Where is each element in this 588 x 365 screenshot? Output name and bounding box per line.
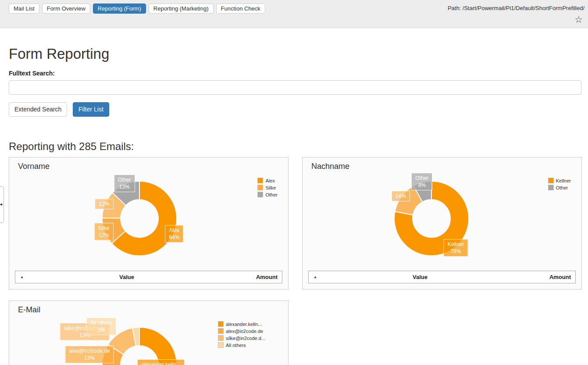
- result-table-header: ▲ Value Amount: [308, 271, 576, 283]
- module-tabs: Mail List Form Overview Reporting (Form)…: [9, 4, 265, 14]
- legend-label: Other: [265, 192, 278, 197]
- legend-swatch-icon: [218, 328, 224, 334]
- chart-legend: AlexSilkeOther: [257, 178, 278, 197]
- slice-label: Other13%: [114, 175, 135, 192]
- page-path: Path: /Start/Powermail/Pi1/Default/Short…: [448, 5, 584, 11]
- page-title: Form Reporting: [9, 46, 109, 62]
- chart-title: Nachname: [311, 162, 349, 171]
- legend-swatch-icon: [218, 335, 224, 341]
- tab-mail-list[interactable]: Mail List: [9, 4, 39, 14]
- chart-title: E-Mail: [18, 305, 40, 315]
- slice-label: Other8%: [411, 173, 432, 190]
- chart-area: Alex64%Silke12%12%Other13%: [9, 157, 289, 290]
- tab-form-overview[interactable]: Form Overview: [42, 4, 90, 14]
- legend-swatch-icon: [257, 178, 263, 183]
- legend-label: Silke: [265, 185, 276, 190]
- chart-title: Vorname: [18, 162, 50, 171]
- legend-item[interactable]: All others: [218, 342, 265, 348]
- sort-asc-icon[interactable]: ▲: [309, 275, 322, 279]
- legend-item[interactable]: Other: [548, 185, 571, 190]
- chart-panel-vorname: Alex64%Silke12%12%Other13% Vorname AlexS…: [9, 157, 289, 290]
- slice-label: Alex64%: [165, 225, 183, 243]
- column-header-amount[interactable]: Amount: [225, 274, 282, 280]
- legend-item[interactable]: Other: [257, 192, 278, 197]
- tab-reporting-marketing[interactable]: Reporting (Marketing): [149, 4, 214, 14]
- chart-area: Kellner78%14%Other8%: [303, 157, 582, 290]
- result-table-header: ▲ Value Amount: [15, 271, 282, 283]
- column-header-amount[interactable]: Amount: [518, 274, 575, 280]
- legend-label: Kellner: [556, 178, 571, 183]
- chart-panel-nachname: Kellner78%14%Other8% Nachname KellnerOth…: [302, 157, 582, 290]
- legend-swatch-icon: [218, 342, 224, 348]
- fulltext-search-input[interactable]: [9, 80, 581, 95]
- fulltext-search-label: Fulltext Search:: [9, 70, 55, 77]
- chart-legend: KellnerOther: [548, 178, 571, 190]
- tab-function-check[interactable]: Function Check: [216, 4, 265, 14]
- legend-item[interactable]: Silke: [257, 185, 278, 190]
- extended-search-button[interactable]: Extended Search: [9, 102, 67, 117]
- column-header-value[interactable]: Value: [29, 274, 225, 280]
- legend-swatch-icon: [218, 321, 224, 327]
- legend-label: Other: [556, 185, 568, 190]
- favorite-star-icon[interactable]: ☆: [574, 15, 583, 25]
- slice-label: 12%: [95, 199, 113, 209]
- slice-label: Silke12%: [94, 223, 113, 240]
- tab-reporting-form[interactable]: Reporting (Form): [93, 4, 146, 14]
- slice-label: alex@in2code.de13%: [65, 346, 114, 363]
- column-header-value[interactable]: Value: [322, 274, 518, 280]
- slice-label: alexander.kelln...71%: [137, 359, 185, 365]
- donut-chart: [303, 157, 582, 290]
- filter-list-button[interactable]: Filter List: [73, 102, 109, 117]
- collapse-arrow-icon: ◀: [0, 203, 2, 206]
- donut-chart: [9, 157, 289, 290]
- legend-swatch-icon: [257, 192, 263, 197]
- slice-label: All others3%: [86, 318, 116, 335]
- reporting-heading: Reporting with 285 Emails:: [9, 140, 134, 153]
- chart-legend: alexander.kelln...alex@in2code.desilke@i…: [218, 321, 265, 348]
- legend-label: alex@in2code.de: [226, 329, 263, 334]
- legend-label: alexander.kelln...: [226, 322, 262, 327]
- legend-label: Alex: [265, 178, 274, 183]
- frame-collapse-handle[interactable]: ◀: [0, 186, 4, 223]
- sort-asc-icon[interactable]: ▲: [15, 275, 29, 279]
- legend-item[interactable]: alex@in2code.de: [218, 328, 265, 334]
- legend-swatch-icon: [257, 185, 263, 190]
- legend-item[interactable]: Alex: [257, 178, 278, 183]
- legend-item[interactable]: Kellner: [548, 178, 571, 183]
- chart-panel-email: alexander.kelln...71%alex@in2code.de13%s…: [9, 301, 289, 365]
- legend-label: silke@in2code.d...: [226, 336, 265, 341]
- top-toolbar: Mail List Form Overview Reporting (Form)…: [0, 0, 588, 28]
- legend-swatch-icon: [548, 185, 554, 190]
- legend-item[interactable]: silke@in2code.d...: [218, 335, 265, 341]
- legend-item[interactable]: alexander.kelln...: [218, 321, 265, 327]
- legend-swatch-icon: [548, 178, 554, 183]
- legend-label: All others: [226, 343, 246, 348]
- slice-label: 14%: [392, 191, 410, 201]
- slice-label: Kellner78%: [444, 239, 468, 257]
